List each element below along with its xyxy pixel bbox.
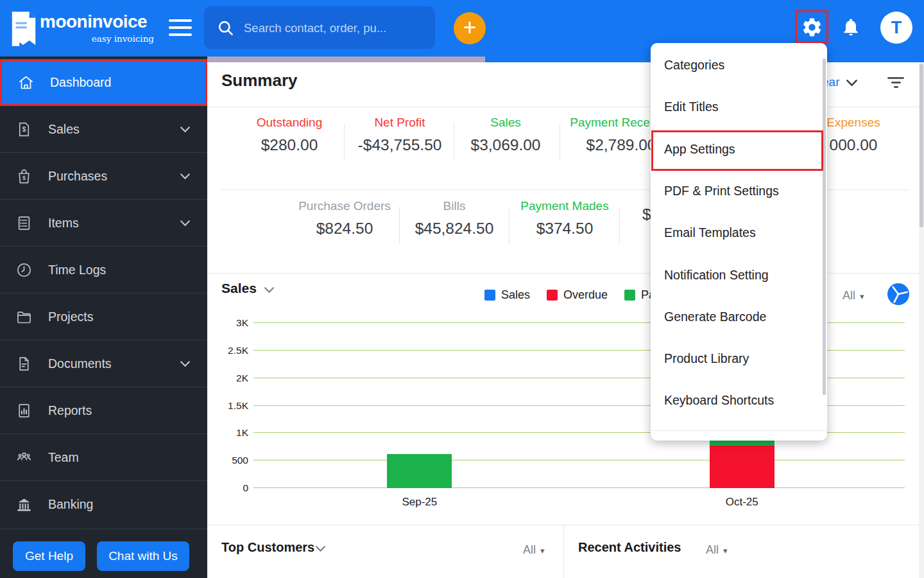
- team-icon: [15, 449, 33, 466]
- chevron-down-icon[interactable]: [264, 286, 275, 293]
- sidebar-nav: Dashboard $ Sales $ Purchases: [0, 57, 207, 578]
- home-icon: [17, 74, 35, 91]
- gridline: [253, 460, 905, 460]
- sidebar-item-dashboard[interactable]: Dashboard: [0, 59, 207, 106]
- gridline: [253, 487, 905, 488]
- bar-chart-icon: [15, 402, 33, 419]
- filter-icon[interactable]: [887, 77, 904, 90]
- menu-item-email-templates[interactable]: Email Templates: [651, 217, 823, 248]
- chevron-down-icon: [180, 360, 191, 367]
- divider: [619, 207, 620, 244]
- sidebar-item-purchases[interactable]: $ Purchases: [0, 153, 207, 200]
- settings-gear-button[interactable]: [795, 10, 828, 44]
- x-axis-tick-label: Sep-25: [381, 496, 458, 509]
- legend-item[interactable]: Sales: [484, 288, 530, 302]
- divider: [651, 430, 827, 431]
- summary-card-purchase-orders: Purchase Orders $824.50: [290, 199, 399, 238]
- pie-chart-icon[interactable]: [887, 283, 909, 305]
- annotation-highlight-box: [651, 130, 823, 171]
- sidebar-item-documents[interactable]: Documents: [0, 340, 207, 387]
- y-axis-tick-label: 2K: [211, 372, 248, 384]
- menu-item-notification-setting[interactable]: Notification Setting: [651, 259, 823, 290]
- legend-swatch: [484, 290, 495, 301]
- chevron-down-icon[interactable]: [846, 79, 858, 87]
- top-customers-title: Top Customers: [221, 540, 314, 555]
- sidebar-item-projects[interactable]: Projects: [0, 293, 207, 340]
- svg-text:$: $: [22, 126, 26, 133]
- chevron-down-icon[interactable]: [315, 545, 326, 552]
- divider: [563, 525, 564, 578]
- bar-segment-paid-sep-25[interactable]: [387, 454, 452, 488]
- menu-item-edit-titles[interactable]: Edit Titles: [651, 91, 823, 122]
- legend-item[interactable]: Overdue: [547, 288, 608, 302]
- moon-invoice-logo-icon: [9, 10, 38, 46]
- settings-dropdown-menu: CategoriesEdit TitlesApp SettingsPDF & P…: [651, 43, 827, 441]
- sidebar-item-team[interactable]: Team: [0, 434, 207, 481]
- y-axis-tick-label: 3K: [211, 317, 248, 329]
- legend-label: Sales: [501, 288, 530, 302]
- document-icon: [15, 355, 33, 372]
- menu-item-pdf-print-settings[interactable]: PDF & Print Settings: [651, 175, 823, 206]
- chevron-down-icon: [180, 173, 191, 180]
- sidebar-item-time-logs[interactable]: Time Logs: [0, 247, 207, 293]
- summary-card-net-profit: Net Profit -$43,755.50: [345, 116, 454, 154]
- sidebar-footer: Get Help Chat with Us: [0, 529, 207, 578]
- legend-label: Overdue: [563, 288, 608, 302]
- recent-activities-filter-select[interactable]: All▾: [706, 543, 728, 557]
- top-customers-filter-select[interactable]: All▾: [523, 543, 545, 557]
- sidebar-item-reports[interactable]: Reports: [0, 387, 207, 434]
- sidebar-item-label: Time Logs: [48, 263, 106, 277]
- menu-item-generate-barcode[interactable]: Generate Barcode: [651, 301, 823, 332]
- sidebar-item-label: Projects: [48, 310, 93, 324]
- search-input[interactable]: [243, 6, 430, 50]
- hamburger-menu-icon[interactable]: [169, 19, 192, 37]
- clock-icon: [15, 261, 33, 279]
- x-axis-tick-label: Oct-25: [703, 496, 780, 509]
- sidebar-item-items[interactable]: Items: [0, 200, 207, 247]
- page-scrollbar-thumb[interactable]: [920, 64, 923, 227]
- page-title: Summary: [221, 71, 298, 91]
- y-axis-tick-label: 2.5K: [211, 345, 248, 356]
- svg-text:$: $: [22, 175, 26, 181]
- menu-scrollbar-thumb[interactable]: [823, 58, 826, 395]
- list-icon: [15, 215, 33, 232]
- get-help-button[interactable]: Get Help: [13, 541, 85, 571]
- legend-swatch: [547, 290, 558, 301]
- summary-card-payment-mades: Payment Mades $374.50: [510, 199, 619, 238]
- chat-with-us-button[interactable]: Chat with Us: [97, 541, 189, 571]
- sidebar-item-label: Items: [48, 216, 79, 231]
- bank-icon: [15, 496, 33, 513]
- menu-item-product-library[interactable]: Product Library: [651, 343, 823, 374]
- notifications-bell-icon[interactable]: [841, 17, 861, 37]
- chart-legend: SalesOverduePaid: [484, 288, 664, 302]
- y-axis-tick-label: 1.5K: [211, 400, 248, 412]
- global-search: [204, 6, 435, 49]
- sidebar-item-banking[interactable]: Banking: [0, 481, 207, 528]
- menu-item-import-data[interactable]: Import Data →: [651, 435, 823, 441]
- chevron-down-icon: [180, 220, 191, 227]
- bar-segment-overdue-oct-25[interactable]: [710, 446, 774, 488]
- summary-card-outstanding: Outstanding $280.00: [235, 116, 344, 154]
- page-scrollbar: [919, 62, 924, 578]
- sidebar-item-label: Reports: [48, 403, 92, 418]
- menu-item-categories[interactable]: Categories: [651, 49, 823, 80]
- sidebar-item-label: Team: [48, 450, 79, 465]
- user-avatar[interactable]: T: [880, 12, 912, 44]
- chart-filter-select[interactable]: All▾: [843, 289, 864, 302]
- add-new-button[interactable]: +: [454, 12, 486, 44]
- horizontal-scrollbar-thumb[interactable]: [207, 57, 485, 62]
- search-icon: [217, 19, 234, 37]
- summary-card-sales: Sales $3,069.00: [454, 116, 557, 154]
- sidebar-item-label: Purchases: [48, 169, 107, 184]
- sidebar-item-label: Documents: [48, 356, 112, 371]
- summary-card-bills: Bills $45,824.50: [400, 199, 509, 238]
- sales-chart-title: Sales: [221, 281, 257, 296]
- divider: [207, 525, 924, 525]
- chevron-down-icon: [180, 126, 191, 133]
- menu-item-keyboard-shortcuts[interactable]: Keyboard Shortcuts: [651, 385, 823, 416]
- invoice-icon: $: [15, 121, 33, 138]
- y-axis-tick-label: 500: [211, 455, 248, 466]
- sidebar-item-label: Dashboard: [50, 75, 111, 90]
- arrow-right-icon: →: [784, 435, 797, 441]
- sidebar-item-sales[interactable]: $ Sales: [0, 106, 207, 153]
